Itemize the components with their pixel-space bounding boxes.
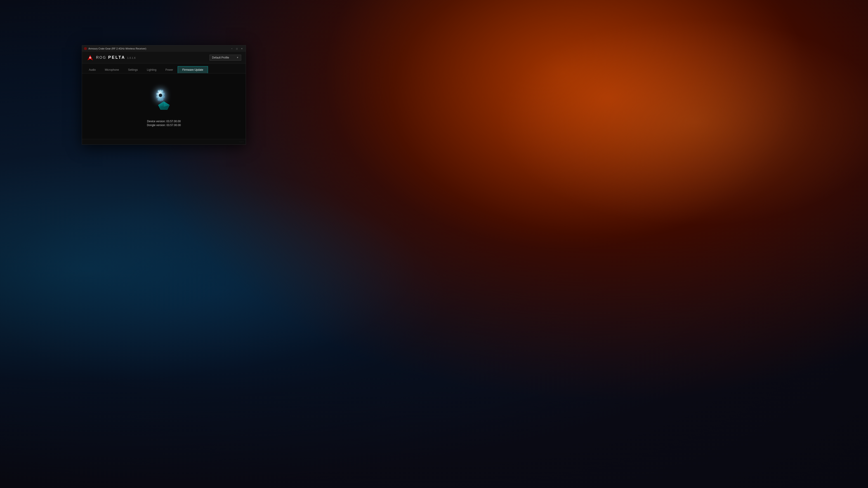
tab-lighting[interactable]: Lighting: [143, 66, 161, 73]
product-model-text: PELTA: [108, 55, 125, 60]
profile-name: Default Profile: [212, 56, 235, 59]
version-info: Device version: 03.57.00.00 Dongle versi…: [147, 119, 181, 127]
window-title: Armoury Crate Gear (RF 2.4GHz Wireless R…: [88, 47, 146, 50]
window-bottom-bar: ···: [82, 139, 246, 144]
rog-eye-icon: [87, 54, 94, 61]
minimize-button[interactable]: −: [230, 47, 234, 50]
firmware-content-area: Device version: 03.57.00.00 Dongle versi…: [82, 73, 246, 139]
rog-logo: ROG PELTA 1.0.1.6: [87, 54, 135, 61]
window-controls: − □ ×: [230, 47, 244, 50]
tab-firmware-update[interactable]: Firmware Update: [178, 66, 208, 73]
svg-point-1: [85, 48, 86, 49]
tab-microphone[interactable]: Microphone: [100, 66, 124, 73]
tab-audio[interactable]: Audio: [84, 66, 100, 73]
chevron-down-icon: ▼: [237, 56, 239, 59]
rog-brand-text: ROG: [96, 56, 106, 60]
app-window: Armoury Crate Gear (RF 2.4GHz Wireless R…: [82, 45, 246, 144]
app-icon: [84, 47, 87, 50]
title-bar-left: Armoury Crate Gear (RF 2.4GHz Wireless R…: [84, 47, 146, 50]
crystal-base-icon: [157, 101, 170, 110]
title-bar: Armoury Crate Gear (RF 2.4GHz Wireless R…: [82, 45, 246, 52]
tab-power[interactable]: Power: [161, 66, 178, 73]
gear-visual: [153, 88, 175, 110]
tab-navigation: Audio Microphone Settings Lighting Power…: [82, 64, 246, 73]
bottom-decoration: ···: [240, 140, 244, 144]
svg-point-5: [160, 94, 162, 96]
close-button[interactable]: ×: [240, 47, 244, 50]
profile-dropdown[interactable]: Default Profile ▼: [210, 55, 241, 61]
device-version: Device version: 03.57.00.00: [147, 120, 181, 123]
firmware-icon-container: [150, 85, 178, 112]
maximize-button[interactable]: □: [235, 47, 239, 50]
software-version-text: 1.0.1.6: [127, 57, 136, 59]
svg-point-3: [90, 57, 91, 58]
tab-settings[interactable]: Settings: [123, 66, 142, 73]
window-header: ROG PELTA 1.0.1.6 Default Profile ▼: [82, 52, 246, 64]
product-name: ROG PELTA 1.0.1.6: [96, 55, 135, 60]
dongle-version: Dongle version: 03.57.00.00: [147, 124, 181, 127]
